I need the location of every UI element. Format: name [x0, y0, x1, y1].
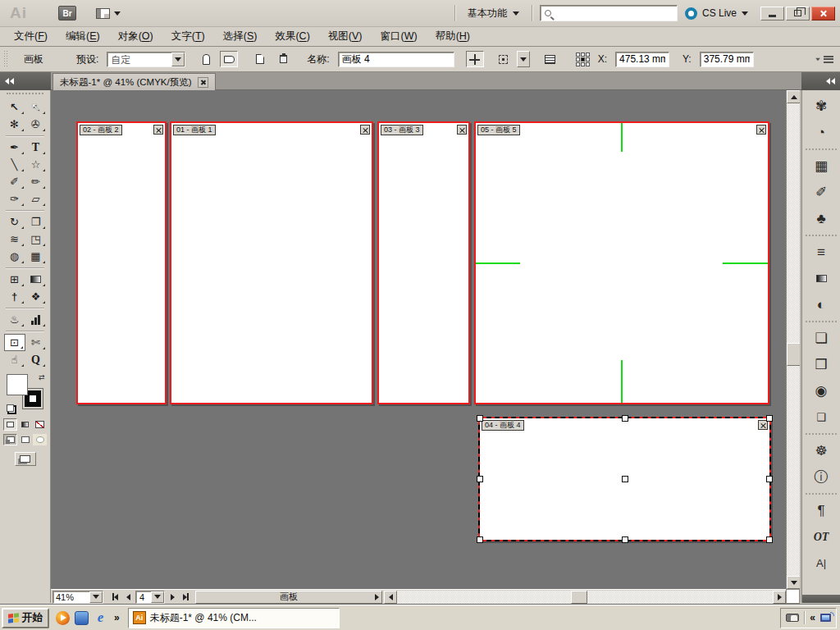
previous-artboard-button[interactable]	[121, 591, 135, 604]
dock-collapse-button[interactable]	[801, 72, 840, 90]
y-position-input[interactable]	[700, 52, 754, 67]
swatches-panel-button[interactable]: ▦	[807, 153, 835, 179]
locator-cell-center[interactable]	[581, 57, 585, 62]
landscape-orientation-button[interactable]	[220, 51, 238, 67]
start-button[interactable]: 开始	[2, 608, 49, 628]
swap-fill-stroke-icon[interactable]: ⇄	[39, 373, 45, 381]
artboard-options-button[interactable]	[541, 51, 559, 67]
document-tab[interactable]: 未标题-1* @ 41% (CMYK/预览)	[52, 73, 216, 90]
preset-dropdown-button[interactable]	[171, 52, 185, 66]
type-tool[interactable]: T	[25, 139, 47, 156]
artboard-03[interactable]: 03 - 画板 3	[377, 121, 470, 404]
width-tool[interactable]: ≋	[4, 231, 25, 248]
artboard-label[interactable]: 01 - 画板 1	[173, 125, 216, 135]
selection-tool[interactable]: ↖	[4, 98, 25, 116]
shape-builder-tool[interactable]: ◍	[4, 248, 25, 265]
artboard-02[interactable]: 02 - 画板 2	[76, 121, 167, 404]
reference-point-locator[interactable]	[576, 52, 590, 66]
preset-dropdown[interactable]: 自定	[107, 52, 185, 67]
screen-mode-button[interactable]	[15, 452, 36, 466]
menu-item-5[interactable]: 效果(C)	[266, 27, 318, 46]
artboard-name-input[interactable]	[338, 52, 454, 67]
pen-tool[interactable]: ✒	[4, 139, 25, 156]
symbols-panel-button[interactable]: ♣	[807, 206, 835, 231]
character-panel-button[interactable]: A|	[807, 550, 835, 576]
opentype-panel-button[interactable]: OT	[807, 524, 835, 550]
free-transform-tool[interactable]: ◳	[25, 231, 47, 248]
paintbrush-tool[interactable]: ✐	[4, 173, 25, 190]
appearance-panel-button[interactable]: ❏	[807, 326, 835, 351]
draw-behind-button[interactable]	[18, 434, 32, 445]
locator-cell[interactable]	[586, 57, 590, 62]
menu-item-6[interactable]: 视图(V)	[319, 27, 372, 46]
scroll-down-button[interactable]	[787, 576, 801, 589]
hand-tool[interactable]: ☝	[4, 351, 25, 368]
workspace-menu-button[interactable]: 基本功能	[463, 4, 524, 23]
pathfinder-panel-button[interactable]: ❑	[807, 404, 835, 430]
workspace-switcher-button[interactable]	[96, 8, 121, 19]
artboard-handle-nw[interactable]	[477, 415, 483, 422]
internet-explorer-icon[interactable]: e	[94, 611, 107, 625]
gradient-tool[interactable]	[25, 271, 47, 288]
cs-live-button[interactable]: CS Live	[685, 7, 748, 20]
menu-item-3[interactable]: 文字(T)	[162, 27, 214, 46]
quick-launch-overflow-chevron[interactable]: »	[114, 612, 120, 623]
color-panel-button[interactable]: ✾	[807, 94, 835, 119]
blob-brush-tool[interactable]: ✑	[4, 190, 25, 208]
locator-cell[interactable]	[576, 52, 580, 57]
artboard-label[interactable]: 03 - 画板 3	[381, 125, 423, 135]
paragraph-panel-button[interactable]: ¶	[807, 498, 835, 523]
direct-selection-tool[interactable]: ↖	[25, 98, 47, 116]
vertical-scrollbar-thumb[interactable]	[787, 343, 801, 366]
control-panel-menu-button[interactable]	[815, 56, 833, 63]
eyedropper-tool[interactable]: †	[4, 288, 25, 305]
messenger-icon[interactable]	[75, 611, 89, 625]
close-button[interactable]	[811, 7, 835, 21]
pencil-tool[interactable]: ✏	[25, 173, 47, 190]
transparency-panel-button[interactable]: ◐	[807, 292, 835, 317]
color-guide-panel-button[interactable]: ◔	[807, 120, 835, 145]
panel-grip[interactable]	[7, 93, 43, 97]
artboard-number-dropdown[interactable]: 4	[135, 591, 165, 604]
perspective-grid-tool[interactable]: ▦	[25, 248, 47, 265]
layers-panel-button[interactable]: ❒	[807, 352, 835, 377]
scale-tool[interactable]: ❐	[25, 213, 47, 231]
zoom-tool[interactable]: Q	[25, 351, 47, 368]
menu-item-4[interactable]: 选择(S)	[214, 27, 267, 46]
artboard-handle-s[interactable]	[622, 536, 628, 543]
artboard-close-button[interactable]	[360, 125, 370, 135]
artboard-label[interactable]: 04 - 画板 4	[482, 420, 524, 431]
illustrator-task-button[interactable]: Ai 未标题-1* @ 41% (CM...	[128, 608, 340, 628]
minimize-button[interactable]	[760, 7, 784, 21]
magic-wand-tool[interactable]: ✻	[4, 116, 25, 133]
artboard-close-button[interactable]	[457, 125, 467, 135]
artboard-handle-n[interactable]	[622, 415, 628, 422]
input-method-keyboard-icon[interactable]	[786, 614, 799, 622]
artboard-close-button[interactable]	[756, 125, 766, 135]
artboard-handle-w[interactable]	[477, 476, 483, 482]
menu-item-8[interactable]: 帮助(H)	[427, 27, 479, 46]
default-fill-stroke-icon[interactable]	[7, 404, 16, 414]
artboard-04[interactable]: 04 - 画板 4	[478, 417, 771, 541]
document-canvas[interactable]: 02 - 画板 201 - 画板 103 - 画板 305 - 画板 504 -…	[51, 90, 786, 589]
x-position-input[interactable]	[615, 52, 669, 67]
artboard-handle-e[interactable]	[766, 476, 773, 482]
fill-color-button[interactable]	[3, 418, 17, 431]
document-tab-close-button[interactable]	[198, 77, 208, 88]
delete-artboard-button[interactable]	[274, 51, 292, 67]
rotate-tool[interactable]: ↻	[4, 213, 25, 231]
artboard-handle-ne[interactable]	[766, 415, 773, 422]
scroll-up-button[interactable]	[787, 90, 801, 103]
locator-cell[interactable]	[581, 62, 585, 66]
bridge-button[interactable]: Br	[58, 6, 76, 21]
menu-item-2[interactable]: 对象(O)	[109, 27, 162, 46]
move-artwork-toggle-button[interactable]	[466, 51, 484, 67]
lasso-tool[interactable]: ✇	[25, 116, 47, 133]
reference-point-dropdown-button[interactable]	[517, 51, 530, 67]
brushes-panel-button[interactable]: ✐	[807, 180, 835, 205]
artboard-label[interactable]: 02 - 画板 2	[80, 125, 122, 135]
first-artboard-button[interactable]	[108, 591, 121, 604]
none-button[interactable]	[33, 418, 47, 431]
artboard-number-dropdown-button[interactable]	[151, 591, 164, 603]
artboard-05[interactable]: 05 - 画板 5	[474, 121, 769, 404]
